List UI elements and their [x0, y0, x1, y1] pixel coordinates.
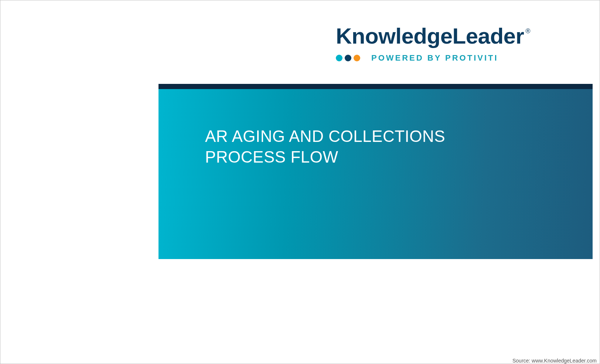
source-attribution: Source: www.KnowledgeLeader.com: [512, 358, 597, 364]
accent-bar: [158, 84, 593, 89]
slide-page: KnowledgeLeader® POWERED BY PROTIVITI AR…: [0, 0, 600, 364]
registered-mark: ®: [525, 27, 530, 35]
title-line-2: PROCESS FLOW: [205, 148, 338, 166]
dot-teal-icon: [336, 55, 342, 61]
logo-block: KnowledgeLeader® POWERED BY PROTIVITI: [336, 23, 531, 63]
logo-line: KnowledgeLeader®: [336, 23, 531, 49]
tagline-row: POWERED BY PROTIVITI: [336, 53, 531, 63]
title-panel: AR AGING AND COLLECTIONS PROCESS FLOW: [158, 89, 593, 259]
logo-tagline: POWERED BY PROTIVITI: [371, 53, 498, 63]
title-line-1: AR AGING AND COLLECTIONS: [205, 127, 445, 145]
slide-title: AR AGING AND COLLECTIONS PROCESS FLOW: [205, 126, 445, 168]
dot-orange-icon: [354, 55, 360, 61]
dot-navy-icon: [345, 55, 351, 61]
logo-wordmark: KnowledgeLeader: [336, 24, 524, 48]
logo-dots-icon: [336, 55, 360, 61]
